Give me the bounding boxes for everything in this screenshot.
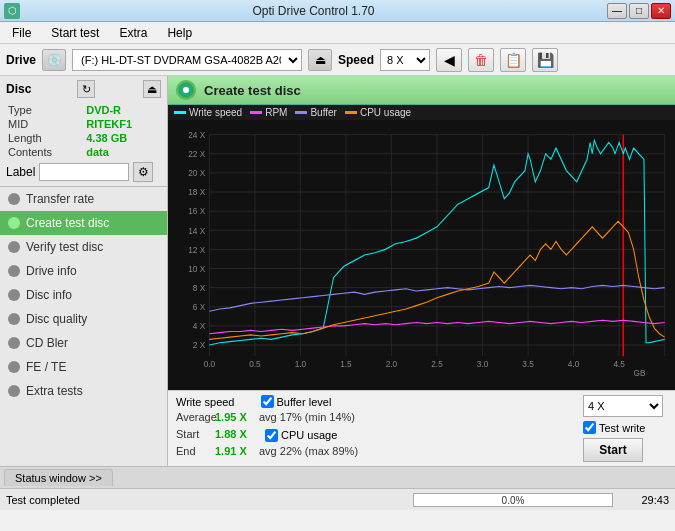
start-button[interactable]: Start (583, 438, 643, 462)
copy-button[interactable]: 📋 (500, 48, 526, 72)
svg-text:3.5: 3.5 (522, 359, 534, 369)
svg-point-1 (183, 87, 189, 93)
average-desc: avg 17% (min 14%) (259, 411, 355, 423)
svg-text:16 X: 16 X (188, 206, 205, 216)
buffer-level-label: Buffer level (277, 396, 332, 408)
svg-rect-2 (168, 120, 675, 390)
svg-text:2.5: 2.5 (431, 359, 443, 369)
nav-label-create-test-disc: Create test disc (26, 216, 109, 230)
bottom-stats: Write speed Buffer level Average 1.95 X … (168, 390, 675, 466)
save-button[interactable]: 💾 (532, 48, 558, 72)
nav-dot-transfer-rate (8, 193, 20, 205)
nav-dot-cd-bler (8, 337, 20, 349)
nav-label-cd-bler: CD Bler (26, 336, 68, 350)
start-value: 1.88 X (215, 428, 255, 440)
sidebar-item-disc-quality[interactable]: Disc quality (0, 307, 167, 331)
nav-dot-extra-tests (8, 385, 20, 397)
label-row: Label ⚙ (6, 162, 161, 182)
menu-help[interactable]: Help (159, 24, 200, 42)
speed-select[interactable]: 8 X Max 4 X 2 X 1 X (380, 49, 430, 71)
legend-color-buffer (295, 111, 307, 114)
cpu-usage-checkbox[interactable] (265, 429, 278, 442)
svg-text:8 X: 8 X (193, 283, 206, 293)
sidebar: Disc ↻ ⏏ Type DVD-R MID RITEKF1 Length 4… (0, 76, 168, 466)
svg-text:22 X: 22 X (188, 149, 205, 159)
drive-select[interactable]: (F:) HL-DT-ST DVDRAM GSA-4082B A208 (72, 49, 302, 71)
write-speed-dropdown[interactable]: 4 X 8 X Max 2 X (583, 395, 663, 417)
drive-label: Drive (6, 53, 36, 67)
svg-text:4.0: 4.0 (568, 359, 580, 369)
svg-text:4.5: 4.5 (613, 359, 625, 369)
content-area: Create test disc Write speed RPM Buffer … (168, 76, 675, 466)
nav-label-extra-tests: Extra tests (26, 384, 83, 398)
progress-bar: 0.0% (413, 493, 613, 507)
panel-icon (176, 80, 196, 100)
disc-type-value: DVD-R (86, 104, 159, 116)
nav-dot-disc-info (8, 289, 20, 301)
svg-text:10 X: 10 X (188, 264, 205, 274)
sidebar-item-fe-te[interactable]: FE / TE (0, 355, 167, 379)
buffer-level-checkbox[interactable] (261, 395, 274, 408)
legend-color-cpu-usage (345, 111, 357, 114)
legend-write-speed: Write speed (174, 107, 242, 118)
menu-extra[interactable]: Extra (111, 24, 155, 42)
sidebar-item-drive-info[interactable]: Drive info (0, 259, 167, 283)
panel-header: Create test disc (168, 76, 675, 105)
svg-text:6 X: 6 X (193, 302, 206, 312)
average-value: 1.95 X (215, 411, 255, 423)
nav-dot-disc-quality (8, 313, 20, 325)
sidebar-item-verify-test-disc[interactable]: Verify test disc (0, 235, 167, 259)
svg-text:2.0: 2.0 (386, 359, 398, 369)
svg-text:3.0: 3.0 (477, 359, 489, 369)
sidebar-item-transfer-rate[interactable]: Transfer rate (0, 187, 167, 211)
test-write-label: Test write (599, 422, 645, 434)
chart-svg: 2 X 4 X 6 X 8 X 10 X 12 X 14 X 16 X 18 X… (168, 120, 675, 390)
erase-button[interactable]: 🗑 (468, 48, 494, 72)
menu-start-test[interactable]: Start test (43, 24, 107, 42)
menu-bar: File Start test Extra Help (0, 22, 675, 44)
legend-cpu-usage: CPU usage (345, 107, 411, 118)
sidebar-item-create-test-disc[interactable]: Create test disc (0, 211, 167, 235)
nav-label-fe-te: FE / TE (26, 360, 66, 374)
progress-text: 0.0% (414, 494, 612, 508)
window-title: Opti Drive Control 1.70 (20, 4, 607, 18)
legend-buffer: Buffer (295, 107, 337, 118)
nav-dot-fe-te (8, 361, 20, 373)
nav-label-disc-quality: Disc quality (26, 312, 87, 326)
svg-text:0.0: 0.0 (204, 359, 216, 369)
sidebar-item-disc-info[interactable]: Disc info (0, 283, 167, 307)
disc-mid-label: MID (8, 118, 84, 130)
sidebar-item-extra-tests[interactable]: Extra tests (0, 379, 167, 403)
legend-label-buffer: Buffer (310, 107, 337, 118)
maximize-button[interactable]: □ (629, 3, 649, 19)
label-settings-button[interactable]: ⚙ (133, 162, 153, 182)
bottom-nav: Status window >> (0, 466, 675, 488)
disc-label-label: Label (6, 165, 35, 179)
label-input[interactable] (39, 163, 129, 181)
nav-dot-verify-test-disc (8, 241, 20, 253)
legend-color-rpm (250, 111, 262, 114)
chart-container: 2 X 4 X 6 X 8 X 10 X 12 X 14 X 16 X 18 X… (168, 120, 675, 390)
svg-text:24 X: 24 X (188, 130, 205, 140)
sidebar-item-cd-bler[interactable]: CD Bler (0, 331, 167, 355)
svg-text:GB: GB (634, 368, 646, 378)
start-label: Start (176, 428, 211, 440)
disc-refresh-button[interactable]: ↻ (77, 80, 95, 98)
start-row: Start 1.88 X (176, 428, 255, 440)
disc-panel: Disc ↻ ⏏ Type DVD-R MID RITEKF1 Length 4… (0, 76, 167, 187)
cpu-usage-label: CPU usage (281, 429, 337, 441)
disc-contents-value: data (86, 146, 159, 158)
minimize-button[interactable]: — (607, 3, 627, 19)
end-value: 1.91 X (215, 445, 255, 457)
disc-eject-button[interactable]: ⏏ (143, 80, 161, 98)
eject-button[interactable]: ⏏ (308, 49, 332, 71)
close-button[interactable]: ✕ (651, 3, 671, 19)
app-icon: ⬡ (4, 3, 20, 19)
speed-prev-button[interactable]: ◀ (436, 48, 462, 72)
test-write-checkbox[interactable] (583, 421, 596, 434)
status-window-button[interactable]: Status window >> (4, 469, 113, 486)
svg-text:1.0: 1.0 (295, 359, 307, 369)
disc-length-label: Length (8, 132, 84, 144)
menu-file[interactable]: File (4, 24, 39, 42)
legend-label-cpu-usage: CPU usage (360, 107, 411, 118)
